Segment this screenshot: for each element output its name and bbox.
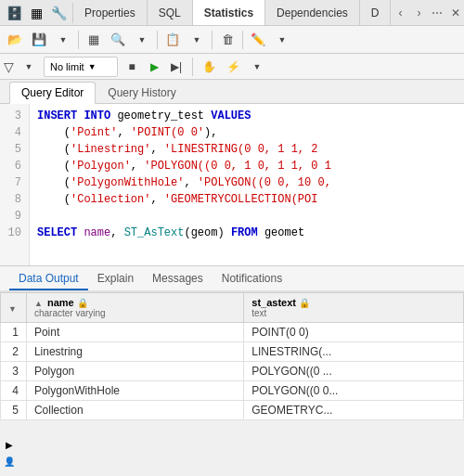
limit-dropdown[interactable]: No limit ▼ [44,57,118,77]
separator-1 [78,31,79,49]
separator-3 [212,31,213,49]
row-5-name: Collection [26,401,243,420]
tab-sql[interactable]: SQL [148,0,193,25]
col-header-st-astext[interactable]: st_astext 🔒 text [244,293,464,323]
table-row: 2 Linestring LINESTRING(... [1,342,464,362]
row-1-st-astext: POINT(0 0) [244,323,464,342]
table-row: 4 PolygonWithHole POLYGON((0 0... [1,381,464,401]
separator-5 [192,58,193,76]
tab-query-editor[interactable]: Query Editor [9,82,96,104]
filter-icon: ▽ [4,59,14,74]
row-num-5: 5 [1,401,27,420]
nav-left[interactable]: ‹ [391,4,409,22]
app-icon-db[interactable]: 🗄️ [4,3,24,23]
filter-toolbar: ▽ ▼ No limit ▼ ■ ▶ ▶| ✋ ⚡ ▼ [0,54,464,80]
tab-dependencies[interactable]: Dependencies [265,0,360,25]
row-num-1: 1 [1,323,27,342]
hand-button[interactable]: ✋ [199,57,219,77]
editor-tabs: Query Editor Query History [0,80,464,104]
search-dropdown-button[interactable]: ▼ [131,29,153,51]
separator-4 [242,31,243,49]
tab-data-output[interactable]: Data Output [9,268,88,290]
row-3-st-astext: POLYGON((0 ... [244,362,464,381]
row-2-name: Linestring [26,342,243,362]
save-dropdown-button[interactable]: ▼ [52,29,74,51]
results-table: ▼ ▲ name 🔒 character varying st_astext 🔒… [0,292,464,420]
nav-more[interactable]: ⋯ [428,4,446,22]
macro-button[interactable]: ⚡ [223,57,243,77]
row-num-header: ▼ [1,293,27,323]
search-button[interactable]: 🔍 [107,29,129,51]
main-tabs: Properties SQL Statistics Dependencies D [73,0,391,25]
tab-query-history[interactable]: Query History [96,82,187,103]
col-header-name[interactable]: ▲ name 🔒 character varying [26,293,243,323]
edit-dropdown-button[interactable]: ▼ [271,29,293,51]
row-5-st-astext: GEOMETRYC... [244,401,464,420]
col-name-label: name [47,297,74,308]
table-row: 3 Polygon POLYGON((0 ... [1,362,464,381]
filter-dropdown-button[interactable]: ▼ [18,56,40,78]
line-numbers: 3 4 5 6 7 8 9 10 [0,104,30,265]
row-num-4: 4 [1,381,27,401]
expand-icon[interactable]: ▶ [2,437,17,452]
data-output-area[interactable]: ▼ ▲ name 🔒 character varying st_astext 🔒… [0,292,464,420]
results-tabs: Data Output Explain Messages Notificatio… [0,266,464,292]
copy-button[interactable]: 📋 [161,29,184,51]
st-astext-lock-icon: 🔒 [299,298,310,308]
nav-arrows: ‹ › ⋯ ✕ [391,4,464,22]
stop-button[interactable]: ■ [122,57,142,77]
play-button[interactable]: ▶ [144,57,164,77]
bottom-sidebar: ▶ 👤 [2,437,17,469]
tab-explain[interactable]: Explain [88,268,143,289]
sort-icon: ▼ [8,304,17,314]
row-num-3: 3 [1,362,27,381]
results-panel: Data Output Explain Messages Notificatio… [0,266,464,420]
tab-statistics[interactable]: Statistics [193,0,265,25]
tab-d[interactable]: D [360,0,392,25]
row-1-name: Point [26,323,243,342]
table-row: 1 Point POINT(0 0) [1,323,464,342]
app-icon-tool[interactable]: 🔧 [48,3,69,23]
user-icon[interactable]: 👤 [2,454,17,469]
play-controls: ■ ▶ ▶| [122,57,187,77]
save-button[interactable]: 💾 [28,29,50,51]
app-icon-table[interactable]: ▦ [26,3,46,23]
col-st-astext-label: st_astext [251,297,296,308]
top-nav: 🗄️ ▦ 🔧 Properties SQL Statistics Depende… [0,0,464,26]
row-4-name: PolygonWithHole [26,381,243,401]
nav-close[interactable]: ✕ [446,4,464,22]
name-sort-icon: ▲ [34,299,43,308]
table-button[interactable]: ▦ [83,29,105,51]
row-3-name: Polygon [26,362,243,381]
limit-chevron-icon: ▼ [88,62,97,71]
app-icons: 🗄️ ▦ 🔧 [0,3,73,23]
copy-dropdown-button[interactable]: ▼ [186,29,208,51]
col-name-type: character varying [34,308,236,318]
col-st-astext-type: text [251,308,456,318]
open-file-button[interactable]: 📂 [4,29,26,51]
name-lock-icon: 🔒 [77,298,88,308]
table-row: 5 Collection GEOMETRYC... [1,401,464,420]
code-editor[interactable]: 3 4 5 6 7 8 9 10 INSERT INTO geometry_te… [0,104,464,266]
delete-button[interactable]: 🗑 [216,29,238,51]
next-button[interactable]: ▶| [166,57,187,77]
limit-label: No limit [50,61,84,72]
separator-2 [157,31,158,49]
tab-messages[interactable]: Messages [143,268,213,289]
row-2-st-astext: LINESTRING(... [244,342,464,362]
row-4-st-astext: POLYGON((0 0... [244,381,464,401]
code-content[interactable]: INSERT INTO geometry_test VALUES ('Point… [30,104,464,265]
nav-right[interactable]: › [409,4,428,22]
more-button[interactable]: ▼ [247,57,267,77]
tab-notifications[interactable]: Notifications [213,268,291,289]
tab-properties[interactable]: Properties [73,0,148,25]
row-num-2: 2 [1,342,27,362]
main-toolbar: 📂 💾 ▼ ▦ 🔍 ▼ 📋 ▼ 🗑 ✏️ ▼ [0,26,464,54]
edit-button[interactable]: ✏️ [247,29,269,51]
